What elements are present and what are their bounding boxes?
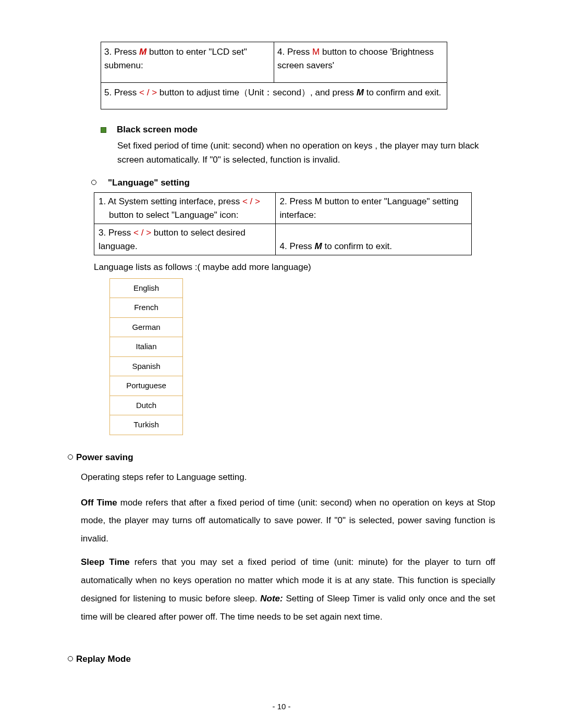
lang-step4-b: to confirm to exit. — [322, 241, 392, 251]
lang-row: French — [110, 298, 183, 318]
lang-row: Portuguese — [110, 376, 183, 396]
lang-step3-cell: 3. Press < / > button to select desired … — [94, 224, 276, 255]
lang-step4-m: M — [315, 241, 322, 251]
lang-item: Spanish — [110, 356, 183, 376]
black-screen-heading: Black screen mode — [101, 123, 495, 137]
lang-step4-a: 4. Press — [280, 241, 315, 251]
power-saving-offtime: Off Time mode refers that after a fixed … — [81, 494, 495, 549]
lang-row: Turkish — [110, 415, 183, 435]
lang-item: Dutch — [110, 396, 183, 415]
sleep-note: Note: — [260, 594, 283, 603]
lcd-step5-arrows: < / > — [139, 88, 157, 97]
offtime-lead: Off Time — [81, 498, 117, 508]
lang-row: German — [110, 317, 183, 337]
offtime-body: mode refers that after a fixed period of… — [81, 498, 495, 544]
lcd-step5-m: M — [357, 88, 364, 97]
lang-step3-a: 3. Press — [99, 228, 133, 238]
language-list-caption: Language lists as follows :( maybe add m… — [94, 261, 495, 274]
replay-title: Replay Mode — [76, 654, 131, 664]
language-heading: "Language" setting — [91, 176, 495, 190]
circle-bullet-icon — [68, 454, 73, 460]
language-steps-table: 1. At System setting interface, press < … — [94, 192, 472, 255]
circle-bullet-icon — [91, 180, 96, 185]
lang-item: German — [110, 317, 183, 337]
lang-step2-cell: 2. Press M button to enter "Language" se… — [275, 193, 471, 224]
lcd-step5-cell: 5. Press < / > button to adjust time（Uni… — [101, 82, 447, 109]
page-number: - 10 - — [0, 701, 563, 713]
lang-item: Turkish — [110, 415, 183, 435]
lang-row: Dutch — [110, 396, 183, 415]
power-saving-line1: Operating steps refer to Language settin… — [81, 470, 495, 484]
lang-step1-b: button to select "Language" icon: — [99, 210, 238, 220]
black-screen-body: Set fixed period of time (unit: second) … — [117, 139, 495, 167]
lang-item: French — [110, 298, 183, 318]
lang-row: English — [110, 278, 183, 298]
power-saving-sleeptime: Sleep Time refers that you may set a fix… — [81, 553, 495, 626]
lcd-step5-c: to confirm and exit. — [364, 88, 441, 97]
lcd-step3-m: M — [139, 47, 146, 57]
lang-step1-a: 1. At System setting interface, press — [99, 196, 242, 206]
circle-bullet-icon — [68, 656, 73, 661]
lcd-step5-a: 5. Press — [104, 88, 139, 97]
lang-step3-arrows: < / > — [133, 228, 151, 238]
lang-step1-arrows: < / > — [242, 196, 260, 206]
lang-item: English — [110, 278, 183, 298]
language-list-table: English French German Italian Spanish Po… — [109, 278, 183, 435]
power-saving-heading: Power saving — [68, 451, 495, 464]
lang-item: Italian — [110, 337, 183, 357]
square-bullet-icon — [101, 127, 106, 133]
lcd-step4-cell: 4. Press M button to choose 'Brightness … — [274, 42, 447, 83]
lang-step2: 2. Press M button to enter "Language" se… — [280, 196, 459, 220]
lcd-set-table: 3. Press M button to enter "LCD set" sub… — [101, 42, 447, 109]
lcd-step5-b: button to adjust time（Unit：second）, and … — [157, 88, 357, 97]
lcd-step3-cell: 3. Press M button to enter "LCD set" sub… — [101, 42, 274, 83]
lang-step1-cell: 1. At System setting interface, press < … — [94, 193, 276, 224]
replay-heading: Replay Mode — [68, 652, 495, 666]
lang-item: Portuguese — [110, 376, 183, 396]
lcd-step3-prefix: 3. Press — [104, 47, 139, 57]
black-screen-title: Black screen mode — [117, 125, 198, 134]
sleep-lead: Sleep Time — [81, 557, 130, 567]
lang-row: Italian — [110, 337, 183, 357]
lcd-step4-prefix: 4. Press — [277, 47, 312, 57]
lang-row: Spanish — [110, 356, 183, 376]
lang-step4-cell: 4. Press M to confirm to exit. — [275, 224, 471, 255]
page: 3. Press M button to enter "LCD set" sub… — [0, 0, 563, 728]
lcd-step4-m: M — [312, 47, 320, 57]
language-heading-text: "Language" setting — [108, 178, 190, 188]
power-saving-title: Power saving — [76, 452, 133, 462]
